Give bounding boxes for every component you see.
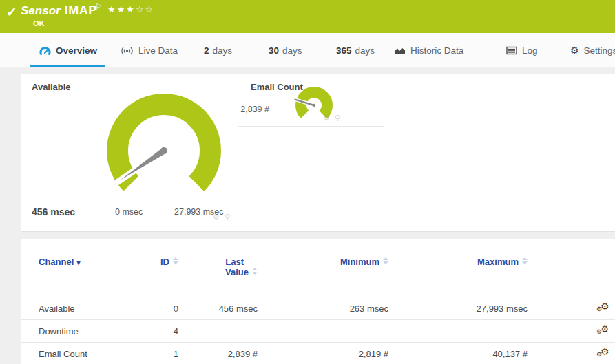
tab-label: days [213,45,233,56]
tab-365-days[interactable]: 365 days [336,33,375,67]
sensor-name: IMAP [65,3,97,17]
tab-label: Settings [584,45,615,56]
mini-gauge-cell-divider [238,126,384,127]
sensor-status-header: ✓ SensorIMAP ⚐ ★★★☆☆ OK [0,0,615,33]
priority-stars[interactable]: ★★★☆☆ [107,4,154,14]
tab-label: Overview [56,45,97,56]
tab-label: Historic Data [410,45,463,56]
tab-number: 30 [269,45,279,56]
sensor-title-prefix: Sensor [21,4,61,17]
tab-number: 365 [336,45,352,56]
mini-gauge-tools-icons[interactable]: ⚙ ⚲ [323,114,342,122]
tab-label: Log [522,45,538,56]
col-header-channel[interactable]: Channel▾ [39,257,151,267]
channel-minimum: 2,819 # [258,349,388,359]
col-header-maximum[interactable]: Maximum [388,257,528,267]
col-header-minimum[interactable]: Minimum [258,257,388,267]
primary-gauge-cell-divider [23,226,231,226]
channel-minimum: 263 msec [258,303,388,314]
mini-gauge-value: 2,839 # [231,105,269,114]
tab-2-days[interactable]: 2 days [204,33,232,67]
channel-name: Available [39,303,151,314]
tab-30-days[interactable]: 30 days [269,33,302,67]
channel-name: Email Count [39,349,151,359]
table-row: Downtime -4 ⚙⚙ [21,319,615,342]
tab-label: days [282,45,302,56]
channel-settings-gears-icon[interactable]: ⚙⚙ [596,302,610,313]
table-row: Available 0 456 msec 263 msec 27,993 mse… [21,297,615,319]
primary-gauge-tools-icons[interactable]: ⚙ ⚲ [213,213,231,222]
channel-settings-gears-icon[interactable]: ⚙⚙ [596,325,610,336]
status-badge: OK [33,19,45,28]
channels-table-panel: Channel▾ ID Last Value Minimum Maximum A… [21,239,615,364]
sort-icon[interactable] [173,257,178,264]
tab-live-data[interactable]: Live Data [121,33,178,67]
tab-overview[interactable]: Overview [39,33,97,67]
log-list-icon [506,46,517,55]
channel-last-value: 2,839 # [178,349,258,359]
gauges-panel: Available x̄ 456 msec 0 msec 27,993 msec… [21,74,615,232]
primary-gauge[interactable]: x̄ [95,87,233,211]
col-header-id[interactable]: ID [151,257,178,267]
sensor-tab-bar: Overview Live Data 2 days 30 days 365 da… [0,33,615,67]
sort-icon[interactable] [252,268,258,275]
primary-gauge-label: Available [32,82,71,92]
tab-historic-data[interactable]: Historic Data [394,33,463,67]
channel-name: Downtime [39,326,151,336]
channel-table-header: Channel▾ ID Last Value Minimum Maximum [21,239,615,297]
sort-icon[interactable] [522,257,528,264]
channel-table-body: Available 0 456 msec 263 msec 27,993 mse… [21,297,615,364]
gauge-icon [39,45,51,55]
tab-label: Live Data [138,45,178,56]
primary-gauge-min-label: 0 msec [115,207,143,217]
primary-gauge-value: 456 msec [32,206,75,217]
sort-icon[interactable] [383,257,388,264]
tab-log[interactable]: Log [506,33,538,67]
channel-last-value: 456 msec [178,303,258,314]
favorite-flag-icon[interactable]: ⚐ [95,2,103,12]
channel-maximum: 40,137 # [388,349,528,359]
channel-settings-gears-icon[interactable]: ⚙⚙ [596,347,610,358]
histogram-icon [394,46,406,55]
channel-sort-dropdown-icon[interactable]: ▾ [76,258,81,266]
active-tab-underline [30,65,105,67]
ok-check-icon: ✓ [6,4,17,20]
col-header-last-value[interactable]: Last Value [178,257,258,277]
channel-id: 0 [151,303,178,314]
channel-maximum: 27,993 msec [388,303,528,314]
tab-label: days [355,45,375,56]
channel-id: -4 [151,326,178,336]
tab-settings[interactable]: ⚙ Settings [570,33,615,67]
live-data-icon [121,46,134,55]
table-row: Email Count 1 2,839 # 2,819 # 40,137 # ⚙… [21,342,615,364]
tab-number: 2 [204,45,209,56]
channel-id: 1 [151,349,178,359]
gear-icon: ⚙ [570,45,579,56]
sensor-title: SensorIMAP [21,3,97,18]
